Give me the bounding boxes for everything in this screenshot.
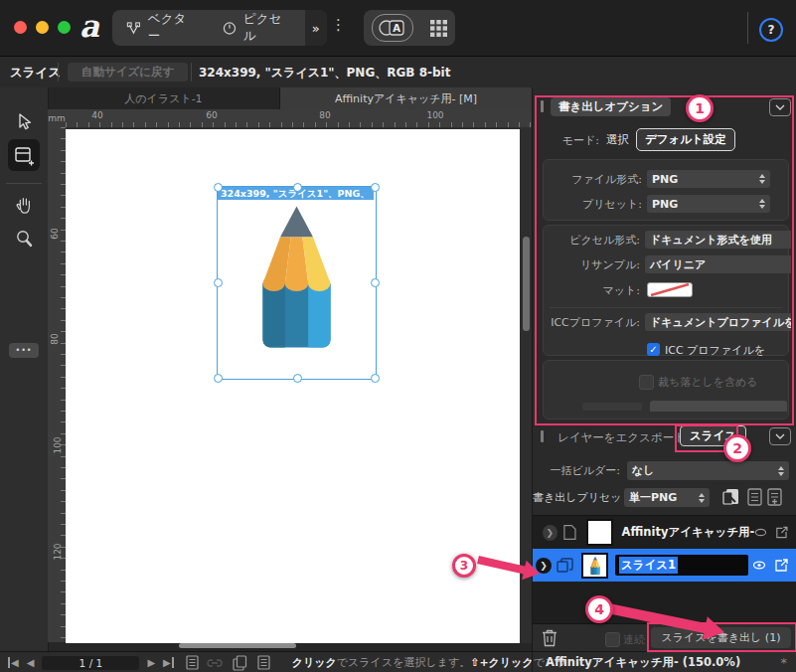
stepper-arrows-icon xyxy=(694,493,705,503)
trash-icon[interactable] xyxy=(541,628,558,647)
panel-grip[interactable] xyxy=(541,430,544,442)
expand-chevron-icon[interactable]: ❯ xyxy=(543,525,557,541)
expand-chevron-icon[interactable]: ❯ xyxy=(536,558,552,574)
icc-profile-value: ドキュメントプロファイルを･･ xyxy=(650,315,791,330)
close-window-button[interactable] xyxy=(14,21,27,34)
pencil-thumbnail xyxy=(588,556,602,576)
tab-slices[interactable]: スライス xyxy=(680,425,746,446)
kebab-menu-icon[interactable]: ⋮ xyxy=(331,16,346,34)
last-page-button[interactable]: ▶ xyxy=(163,657,174,668)
eye-icon[interactable] xyxy=(754,528,767,537)
canvas-area: 324x399, "スライス1"、PNG、 xyxy=(66,127,532,643)
export-slice-icon[interactable] xyxy=(774,558,789,573)
collapse-panel-button[interactable] xyxy=(769,98,791,116)
reset-size-button[interactable]: 自動サイズに戻す xyxy=(68,63,188,82)
persona-tab-label: ピクセル xyxy=(243,11,291,45)
resample-value: バイリニア xyxy=(650,257,706,272)
slice-list-row-selected[interactable]: ❯ スライス1 xyxy=(533,549,796,582)
slice-handle[interactable] xyxy=(371,183,380,192)
slice-handle[interactable] xyxy=(293,183,302,192)
modified-star-icon: * xyxy=(781,655,788,670)
slice-handle[interactable] xyxy=(371,278,380,287)
zoom-tool-button[interactable] xyxy=(8,223,40,254)
icc-profile-dropdown[interactable]: ドキュメントプロファイルを･･ xyxy=(645,313,791,331)
document-tab-label: 人のイラスト-1 xyxy=(124,91,202,106)
first-page-button[interactable]: ◀ xyxy=(8,657,19,668)
embed-icc-checkbox[interactable]: ✓ xyxy=(647,343,660,356)
tab-export-layers[interactable]: レイヤーをエクスポート xyxy=(557,430,686,445)
resample-label: リサンプル: xyxy=(533,257,640,272)
panel-grip[interactable] xyxy=(541,100,544,112)
slice-handle[interactable] xyxy=(214,374,223,383)
slice-handle[interactable] xyxy=(293,374,302,383)
persona-overflow-button[interactable]: » xyxy=(305,10,327,46)
page-number-field[interactable]: 1 / 1 xyxy=(42,656,139,670)
stepper-arrows-icon xyxy=(754,174,765,184)
ruler-tick-label: 100 xyxy=(426,110,443,120)
help-button[interactable]: ? xyxy=(759,18,783,42)
tool-name-label: スライス xyxy=(10,65,61,82)
persona-tab-pixel[interactable]: ピクセル xyxy=(209,10,304,46)
preset-label: プリセット: xyxy=(533,197,642,212)
icc-profile-label: ICCプロファイル: xyxy=(533,315,640,330)
document-lines-icon[interactable] xyxy=(186,655,199,670)
document-lines-icon[interactable] xyxy=(257,655,270,670)
preset-dropdown[interactable]: PNG xyxy=(647,195,770,213)
application-window: a ベクター ピクセル » ⋮ xyxy=(0,0,796,672)
grid-apps-icon[interactable] xyxy=(430,20,447,37)
more-tools-button[interactable]: ••• xyxy=(9,343,39,358)
slice-handle[interactable] xyxy=(371,374,380,383)
document-tab-inactive[interactable]: 人のイラスト-1 xyxy=(48,87,280,109)
chevron-down-icon xyxy=(775,104,785,110)
file-format-value: PNG xyxy=(652,173,678,186)
continuous-checkbox[interactable] xyxy=(605,632,620,647)
export-options-panel-title: 書き出しオプション xyxy=(551,97,671,116)
include-bleed-checkbox[interactable] xyxy=(639,375,654,390)
pencil-illustration xyxy=(243,204,350,350)
slice-name-field[interactable]: スライス1 xyxy=(615,555,748,576)
copy-pages-icon[interactable] xyxy=(233,655,247,671)
slices-panel-toolbar: 連続 スライスを書き出し (1) xyxy=(533,623,796,652)
export-preset-dropdown[interactable]: 単一PNG xyxy=(624,488,710,507)
magnifier-icon xyxy=(14,229,34,249)
create-preset-icon[interactable] xyxy=(722,487,740,506)
export-slices-button[interactable]: スライスを書き出し (1) xyxy=(651,627,791,648)
persona-tab-vector[interactable]: ベクター xyxy=(112,10,209,46)
slice-list-row[interactable]: ❯ Affinityアイキャッチ用- xyxy=(533,516,796,549)
page-icon xyxy=(563,524,576,541)
document-tab-active[interactable]: Affinityアイキャッチ用- [M] xyxy=(280,87,532,109)
slice-handle[interactable] xyxy=(214,183,223,192)
tools-panel: ••• xyxy=(0,87,49,651)
pixel-format-dropdown[interactable]: ドキュメント形式を使用 xyxy=(645,231,791,249)
export-slice-icon[interactable] xyxy=(775,525,789,540)
collapse-panel-button[interactable] xyxy=(769,427,791,445)
move-tool-button[interactable] xyxy=(8,105,40,137)
eye-icon[interactable] xyxy=(752,561,766,570)
file-format-dropdown[interactable]: PNG xyxy=(647,170,770,188)
input-source-button[interactable]: A xyxy=(372,14,413,42)
add-document-icon[interactable] xyxy=(767,488,783,506)
minimize-window-button[interactable] xyxy=(36,21,49,34)
status-hint-text: クリックでスライスを選択します。⇧+クリックでスラ xyxy=(292,655,567,670)
slice-tool-button[interactable] xyxy=(8,139,40,171)
next-page-button[interactable]: ▶ xyxy=(147,657,155,668)
document-lines-icon[interactable] xyxy=(747,488,762,506)
previous-page-button[interactable]: ◀ xyxy=(27,657,35,668)
slice-selection-rect[interactable]: 324x399, "スライス1"、PNG、 xyxy=(217,186,377,380)
matte-none-swatch[interactable] xyxy=(647,282,693,297)
hand-tool-button[interactable] xyxy=(8,189,40,221)
slice-handle[interactable] xyxy=(214,278,223,287)
horizontal-scrollbar[interactable] xyxy=(179,643,296,648)
titlebar-right-group: A xyxy=(364,10,455,46)
file-format-label: ファイル形式: xyxy=(533,172,642,187)
ruler-unit-label[interactable]: mm xyxy=(48,109,66,128)
link-icon-disabled xyxy=(207,658,223,668)
mode-selection-button[interactable]: 選択 xyxy=(606,132,629,147)
resample-dropdown[interactable]: バイリニア xyxy=(645,255,791,273)
clipped-option-label xyxy=(582,403,642,411)
vertical-scrollbar[interactable] xyxy=(523,237,530,331)
mode-default-button[interactable]: デフォルト設定 xyxy=(636,128,735,151)
slices-list: ❯ Affinityアイキャッチ用- ❯ xyxy=(533,515,796,624)
batch-builder-dropdown[interactable]: なし xyxy=(627,461,789,480)
zoom-window-button[interactable] xyxy=(58,21,71,34)
